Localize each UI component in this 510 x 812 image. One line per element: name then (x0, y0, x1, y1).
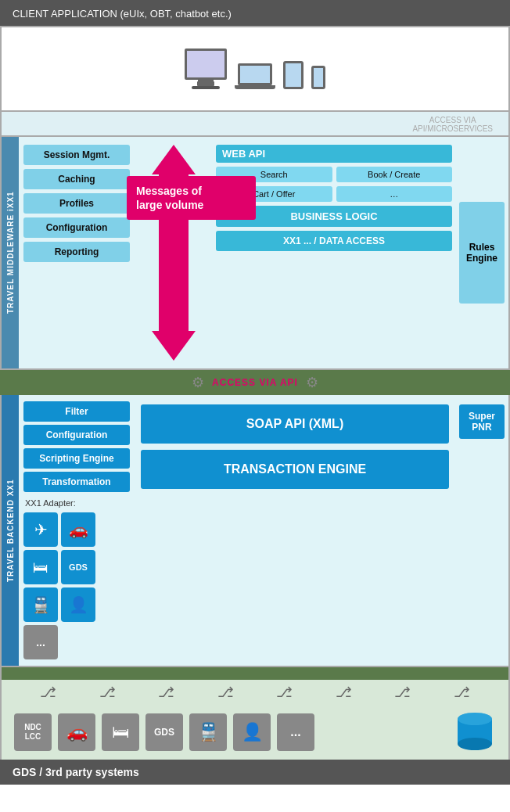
rules-engine-col: Rules Engine (455, 137, 508, 368)
conn-6: ⎇ (336, 684, 352, 701)
gds-icons-row: NDCLCC 🚗 🛏 GDS 🚆 👤 ... (0, 705, 510, 760)
backend-center-col: SOAP API (XML) TRANSACTION ENGINE (135, 395, 455, 666)
backend-vert-label: TRAVEL BACKEND XX1 (2, 395, 19, 666)
transaction-engine-box: TRANSACTION ENGINE (141, 450, 449, 489)
svg-point-3 (458, 713, 492, 725)
client-subtitle: (eUIx, OBT, chatbot etc.) (117, 8, 232, 20)
configuration-be-box: Configuration (23, 425, 130, 445)
gds-car-icon: 🚗 (58, 713, 95, 751)
gds-dots-icon: ... (277, 713, 314, 751)
adapter-gds-icon: GDS (61, 550, 95, 584)
client-title: CLIENT APPLICATION (13, 8, 117, 20)
rules-engine-box: Rules Engine (459, 202, 505, 304)
gds-ndc-icon: NDCLCC (14, 713, 52, 751)
filter-box: Filter (23, 401, 130, 422)
book-box: Book / Create (336, 167, 453, 182)
conn-2: ⎇ (99, 684, 116, 701)
client-area (0, 26, 510, 112)
connector-icon-1: ⚙ (192, 374, 204, 391)
arrow-area: Messages oflarge volume (135, 137, 213, 368)
backend-bottom-strip (0, 667, 510, 680)
gds-hotel-icon: 🛏 (102, 713, 139, 751)
conn-7: ⎇ (394, 684, 411, 701)
reporting-box: Reporting (23, 242, 130, 262)
access-microservices-label: ACCESS VIAAPI/MICROSERVICES (412, 116, 493, 133)
conn-1: ⎇ (40, 684, 56, 701)
middleware-section: TRAVEL MIDDLEWARE iXX1 Session Mgmt. Cac… (0, 135, 510, 370)
scripting-engine-box: Scripting Engine (23, 448, 130, 469)
adapter-hotel-icon: 🛏 (23, 550, 58, 584)
double-arrow (150, 137, 197, 368)
caching-box: Caching (23, 169, 130, 189)
database-icon (454, 711, 496, 753)
client-app-header: CLIENT APPLICATION (eUIx, OBT, chatbot e… (0, 0, 510, 26)
access-api-label: ACCESS VIA API (212, 377, 298, 388)
configuration-box: Configuration (23, 217, 130, 238)
super-pnr-box: Super PNR (459, 404, 505, 439)
conn-5: ⎇ (276, 684, 293, 701)
tablet-icon (283, 61, 303, 89)
conn-8: ⎇ (454, 684, 470, 701)
adapter-icons-row: ✈ 🚗 🛏 GDS 🚆 👤 ... (23, 512, 130, 659)
transformation-box: Transformation (23, 472, 130, 492)
backend-section: TRAVEL BACKEND XX1 Filter Configuration … (0, 395, 510, 667)
monitor-icon (185, 49, 227, 80)
backend-left-col: Filter Configuration Scripting Engine Tr… (19, 395, 135, 666)
access-microservices-bar: ACCESS VIAAPI/MICROSERVICES (0, 112, 510, 135)
soap-api-box: SOAP API (XML) (141, 404, 449, 444)
phone-icon (311, 66, 325, 89)
adapter-train-icon: 🚆 (23, 587, 58, 622)
device-icons (185, 49, 325, 89)
dots-box: … (336, 186, 453, 202)
data-access-box: XX1 ... / DATA ACCESS (216, 231, 452, 251)
web-api-col: WEB API Search Book / Create Cart / Offe… (213, 137, 455, 368)
adapter-label: XX1 Adapter: (23, 495, 130, 509)
middleware-left-col: Session Mgmt. Caching Profiles Configura… (19, 137, 135, 368)
super-pnr-col: Super PNR (455, 395, 508, 666)
gds-gds-icon: GDS (145, 713, 183, 751)
access-api-strip: ⚙ ACCESS VIA API ⚙ (0, 370, 510, 395)
messages-large-volume-box: Messages oflarge volume (127, 176, 256, 220)
session-mgmt-box: Session Mgmt. (23, 145, 130, 165)
adapter-car-icon: 🚗 (61, 512, 95, 547)
conn-4: ⎇ (217, 684, 234, 701)
svg-point-2 (458, 738, 492, 750)
adapter-plane-icon: ✈ (23, 512, 58, 547)
web-api-label: WEB API (216, 145, 452, 163)
gds-footer: GDS / 3rd party systems (0, 760, 510, 785)
gds-footer-label: GDS / 3rd party systems (13, 766, 139, 778)
adapter-dots-icon: ... (23, 625, 58, 659)
connector-icon-2: ⚙ (306, 374, 318, 391)
middleware-vert-label: TRAVEL MIDDLEWARE iXX1 (2, 137, 19, 368)
gds-person-icon: 👤 (233, 713, 271, 751)
adapter-person-icon: 👤 (61, 587, 95, 622)
connectors-row: ⎇ ⎇ ⎇ ⎇ ⎇ ⎇ ⎇ ⎇ (0, 680, 510, 705)
gds-train-icon: 🚆 (189, 713, 227, 751)
conn-3: ⎇ (158, 684, 174, 701)
profiles-box: Profiles (23, 193, 130, 214)
